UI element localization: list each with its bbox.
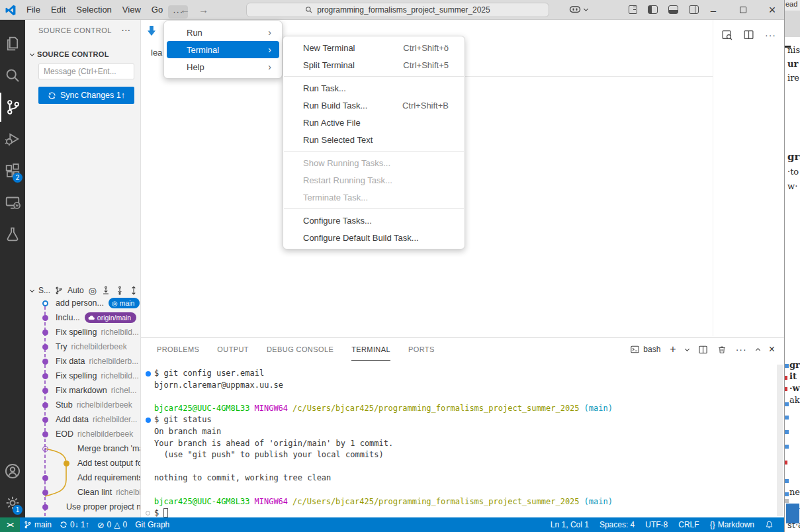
commit-row[interactable]: Use proper project n... <box>25 500 140 514</box>
menu-item-new-terminal[interactable]: New TerminalCtrl+Shift+ö <box>283 39 465 56</box>
commit-row[interactable]: Inclu... origin/main <box>25 310 140 325</box>
close-button[interactable]: × <box>761 0 783 20</box>
sidebar-item-source-control[interactable] <box>0 93 25 122</box>
menu-item-configure-default-build-task[interactable]: Configure Default Build Task... <box>283 229 465 246</box>
kill-terminal-icon[interactable] <box>717 345 727 355</box>
close-panel-icon[interactable]: × <box>769 343 775 355</box>
commit-row[interactable]: Add datarichelbilder... <box>25 412 140 427</box>
minimize-button[interactable]: – <box>702 0 725 20</box>
panel-tabs: PROBLEMS OUTPUT DEBUG CONSOLE TERMINAL P… <box>157 338 435 361</box>
commit-row[interactable]: Add test output fo... <box>25 456 140 470</box>
commit-row[interactable]: Clean lintrichelbild... <box>25 485 140 500</box>
menu-item-run-selected-text[interactable]: Run Selected Text <box>283 131 465 148</box>
menu-item-run-active-file[interactable]: Run Active File <box>283 114 465 131</box>
tab-output[interactable]: OUTPUT <box>217 338 249 361</box>
commit-row[interactable]: Add requirements... <box>25 470 140 485</box>
terminal-icon <box>630 345 640 354</box>
tab-debug-console[interactable]: DEBUG CONSOLE <box>267 338 333 361</box>
new-terminal-icon[interactable]: + <box>670 343 676 355</box>
eol-sequence[interactable]: CRLF <box>673 517 704 532</box>
tab-terminal[interactable]: TERMINAL <box>351 338 390 361</box>
account-button[interactable] <box>0 457 25 486</box>
commit-row[interactable]: Fix spellingrichelbild... <box>25 369 140 383</box>
customize-layout-icon[interactable] <box>629 5 637 14</box>
background-window: ead nis ur ire gra ·to w· gr it ·w ak ne… <box>784 0 800 532</box>
cursor-position[interactable]: Ln 1, Col 1 <box>545 517 594 532</box>
commit-row[interactable]: Fix datarichelbilderb... <box>25 354 140 369</box>
notifications-bell[interactable] <box>760 517 779 532</box>
commit-dot <box>42 402 48 408</box>
maximize-panel-icon[interactable] <box>756 348 760 353</box>
menu-item-run-task[interactable]: Run Task... <box>283 79 465 97</box>
commit-row[interactable]: Tryrichelbilderbeek <box>25 339 140 354</box>
copilot-button[interactable] <box>569 4 588 15</box>
command-decoration[interactable] <box>146 418 151 423</box>
problems-status[interactable]: ⊘ 0 △ 0 <box>93 517 132 532</box>
sync-changes-button[interactable]: Sync Changes 1↑ <box>38 87 134 104</box>
terminal-cursor <box>163 508 168 517</box>
menu-view[interactable]: View <box>117 0 146 20</box>
commit-row[interactable]: Merge branch 'ma... <box>25 441 140 456</box>
commit-author: richelbilderbeek <box>77 400 132 410</box>
sidebar-item-remote-explorer[interactable] <box>0 188 25 217</box>
menu-item-help[interactable]: Help› <box>167 58 279 75</box>
terminal-line: $ git status <box>147 414 768 426</box>
sync-status[interactable]: 0↓ 1↑ <box>56 517 93 532</box>
terminal-scrollbar[interactable] <box>777 365 783 516</box>
commit-row[interactable]: EODrichelbilderbeek <box>25 427 140 441</box>
menu-go[interactable]: Go <box>146 0 168 20</box>
more-actions-icon[interactable]: ··· <box>736 344 747 355</box>
maximize-button[interactable] <box>732 0 754 20</box>
menu-file[interactable]: File <box>21 0 46 20</box>
commit-row[interactable]: Fix spellingrichelbild... <box>25 325 140 339</box>
sidebar-item-extensions[interactable]: 2 <box>0 156 25 185</box>
sidebar-item-testing[interactable] <box>0 220 25 249</box>
tab-problems[interactable]: PROBLEMS <box>157 338 199 361</box>
titlebar: File Edit Selection View Go ··· ← → prog… <box>0 0 784 20</box>
command-decoration[interactable] <box>146 371 151 377</box>
settings-button[interactable]: 1 <box>0 488 25 517</box>
indentation[interactable]: Spaces: 4 <box>594 517 640 532</box>
menu-item-terminal[interactable]: Terminal› <box>167 41 279 58</box>
commit-message-input[interactable] <box>38 64 134 79</box>
command-center-search[interactable]: programming_formalisms_project_summer_20… <box>246 3 549 17</box>
terminal-line: $ git config user.email <box>147 368 768 380</box>
toggle-panel-icon[interactable] <box>668 5 678 14</box>
language-mode[interactable]: {}Markdown <box>705 517 760 532</box>
tab-ports[interactable]: PORTS <box>408 338 435 361</box>
files-icon <box>5 36 21 52</box>
sidebar-item-explorer[interactable] <box>0 29 25 58</box>
split-terminal-icon[interactable] <box>698 345 708 355</box>
terminal-line: Your branch is ahead of 'origin/main' by… <box>147 438 768 450</box>
git-graph-status[interactable]: Git Graph <box>131 517 173 532</box>
terminal-content[interactable]: $ git config user.email bjorn.claremar@u… <box>147 368 768 515</box>
navigate-forward-icon[interactable]: → <box>199 0 208 20</box>
encoding[interactable]: UTF-8 <box>640 517 673 532</box>
toggle-secondary-sidebar-icon[interactable] <box>689 5 699 14</box>
remote-indicator[interactable]: >< <box>0 517 20 532</box>
commit-row[interactable]: Fix markdownrichel... <box>25 383 140 398</box>
source-control-section-header[interactable]: SOURCE CONTROL <box>25 48 109 61</box>
menu-item-run-build-task[interactable]: Run Build Task...Ctrl+Shift+B <box>283 97 465 114</box>
more-actions-icon[interactable]: ··· <box>765 30 776 40</box>
menu-item-run[interactable]: Run› <box>167 24 279 41</box>
open-preview-icon[interactable] <box>721 29 733 40</box>
toggle-primary-sidebar-icon[interactable] <box>648 5 658 14</box>
commit-row[interactable]: add person... ◎main <box>25 296 140 310</box>
shell-tab[interactable]: bash <box>630 345 660 354</box>
terminal-dropdown-icon[interactable] <box>685 346 689 351</box>
sidebar-item-search[interactable] <box>0 61 25 90</box>
branch-status[interactable]: main <box>20 517 56 532</box>
split-editor-icon[interactable] <box>743 29 754 40</box>
menu-selection[interactable]: Selection <box>71 0 116 20</box>
background-scrollbar-thumb[interactable] <box>786 504 799 523</box>
sidebar-item-run-debug[interactable] <box>0 124 25 154</box>
source-control-icon <box>5 99 21 115</box>
more-actions-icon[interactable]: ··· <box>122 26 131 34</box>
menu-edit[interactable]: Edit <box>46 0 71 20</box>
navigate-back-icon[interactable]: ← <box>180 0 190 20</box>
commit-row[interactable]: Stubrichelbilderbeek <box>25 398 140 412</box>
menu-item-configure-tasks[interactable]: Configure Tasks... <box>283 212 465 229</box>
editor-text-fragment: lea <box>151 48 162 58</box>
menu-item-split-terminal[interactable]: Split TerminalCtrl+Shift+5 <box>283 56 465 73</box>
